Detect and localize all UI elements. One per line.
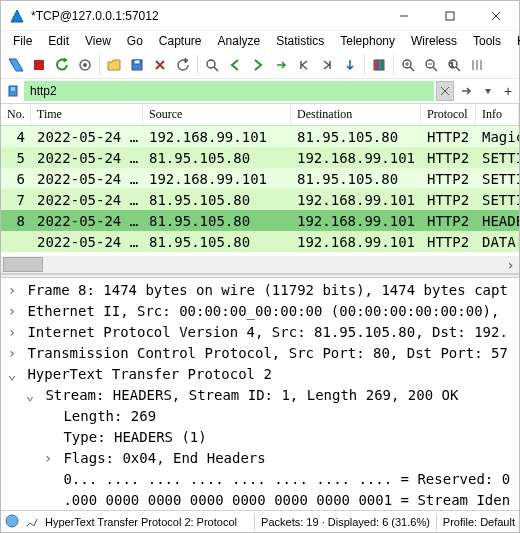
tree-text: Frame 8: 1474 bytes on wire (11792 bits)…	[19, 282, 508, 298]
add-filter-button-icon[interactable]: +	[500, 81, 516, 101]
tree-line[interactable]: › Flags: 0x04, End Headers	[5, 448, 515, 469]
tree-line[interactable]: .000 0000 0000 0000 0000 0000 0000 0001 …	[5, 490, 515, 510]
svg-text:1: 1	[450, 61, 454, 68]
cell-dst: 192.168.99.101	[291, 191, 421, 209]
close-file-icon[interactable]	[149, 54, 171, 76]
go-to-packet-icon[interactable]	[270, 54, 292, 76]
tree-collapse-icon[interactable]: ⌄	[5, 364, 19, 385]
col-header-dst[interactable]: Destination	[291, 104, 421, 125]
tree-collapse-icon[interactable]: ⌄	[23, 385, 37, 406]
minimize-button[interactable]	[381, 1, 427, 30]
expert-info-icon[interactable]	[5, 514, 19, 530]
menu-statistics[interactable]: Statistics	[270, 32, 330, 50]
packet-row[interactable]: 72022-05-24 …81.95.105.80192.168.99.101H…	[1, 189, 519, 210]
col-header-no[interactable]: No.	[1, 104, 31, 125]
svg-rect-13	[374, 60, 378, 70]
go-to-field-icon[interactable]	[25, 514, 39, 530]
go-last-icon[interactable]	[316, 54, 338, 76]
menu-tools[interactable]: Tools	[467, 32, 507, 50]
col-header-src[interactable]: Source	[143, 104, 291, 125]
bookmark-filter-icon[interactable]	[4, 82, 22, 100]
maximize-button[interactable]	[427, 1, 473, 30]
menu-capture[interactable]: Capture	[153, 32, 208, 50]
window-title: *TCP@127.0.0.1:57012	[31, 9, 381, 23]
tree-line[interactable]: › Ethernet II, Src: 00:00:00_00:00:00 (0…	[5, 301, 515, 322]
tree-line[interactable]: 0... .... .... .... .... .... .... .... …	[5, 469, 515, 490]
reload-icon[interactable]	[172, 54, 194, 76]
clear-filter-icon[interactable]	[436, 81, 454, 101]
apply-filter-icon[interactable]	[456, 81, 476, 101]
auto-scroll-icon[interactable]	[339, 54, 361, 76]
col-header-time[interactable]: Time	[31, 104, 143, 125]
status-separator	[436, 514, 437, 530]
zoom-in-icon[interactable]	[397, 54, 419, 76]
svg-rect-1	[446, 12, 454, 20]
menu-help[interactable]: Help	[511, 32, 520, 50]
packet-row[interactable]: 52022-05-24 …81.95.105.80192.168.99.101H…	[1, 147, 519, 168]
packet-row[interactable]: 62022-05-24 …192.168.99.10181.95.105.80H…	[1, 168, 519, 189]
tree-text: Type: HEADERS (1)	[55, 429, 207, 445]
packet-row[interactable]: 2022-05-24 …81.95.105.80192.168.99.101HT…	[1, 231, 519, 252]
menu-analyze[interactable]: Analyze	[212, 32, 267, 50]
recent-filter-icon[interactable]	[478, 81, 498, 101]
packet-list-hscrollbar[interactable]: ›	[1, 256, 519, 273]
colorize-icon[interactable]	[368, 54, 390, 76]
close-button[interactable]	[473, 1, 519, 30]
menu-wireless[interactable]: Wireless	[405, 32, 463, 50]
cell-no	[1, 241, 31, 243]
resize-columns-icon[interactable]	[466, 54, 488, 76]
tree-line[interactable]: › Transmission Control Protocol, Src Por…	[5, 343, 515, 364]
open-file-icon[interactable]	[103, 54, 125, 76]
packet-detail-pane[interactable]: › Frame 8: 1474 bytes on wire (11792 bit…	[1, 278, 519, 510]
packet-row[interactable]: 42022-05-24 …192.168.99.10181.95.105.80H…	[1, 126, 519, 147]
status-separator	[254, 514, 255, 530]
status-main-text: HyperText Transfer Protocol 2: Protocol	[45, 516, 237, 528]
go-first-icon[interactable]	[293, 54, 315, 76]
tree-expand-icon[interactable]: ›	[5, 280, 19, 301]
cell-dst: 192.168.99.101	[291, 233, 421, 251]
tree-text: Transmission Control Protocol, Src Port:…	[19, 345, 508, 361]
save-file-icon[interactable]	[126, 54, 148, 76]
menu-view[interactable]: View	[79, 32, 117, 50]
tree-line[interactable]: ⌄ HyperText Transfer Protocol 2	[5, 364, 515, 385]
stop-capture-icon[interactable]	[28, 54, 50, 76]
svg-rect-4	[34, 60, 44, 70]
col-header-info[interactable]: Info	[476, 104, 519, 125]
go-forward-icon[interactable]	[247, 54, 269, 76]
tree-line[interactable]: › Frame 8: 1474 bytes on wire (11792 bit…	[5, 280, 515, 301]
tree-line[interactable]: Length: 269	[5, 406, 515, 427]
tree-line[interactable]: ⌄ Stream: HEADERS, Stream ID: 1, Length …	[5, 385, 515, 406]
tree-expand-icon[interactable]: ›	[41, 448, 55, 469]
svg-line-24	[456, 67, 460, 71]
menu-edit[interactable]: Edit	[42, 32, 75, 50]
col-header-proto[interactable]: Protocol	[421, 104, 476, 125]
toolbar: 1	[1, 51, 519, 79]
go-back-icon[interactable]	[224, 54, 246, 76]
tree-text: HyperText Transfer Protocol 2	[19, 366, 272, 382]
restart-capture-icon[interactable]	[51, 54, 73, 76]
zoom-out-icon[interactable]	[420, 54, 442, 76]
tree-line[interactable]: Type: HEADERS (1)	[5, 427, 515, 448]
zoom-reset-icon[interactable]: 1	[443, 54, 465, 76]
scroll-right-icon[interactable]: ›	[502, 257, 519, 273]
find-packet-icon[interactable]	[201, 54, 223, 76]
packet-row[interactable]: 82022-05-24 …81.95.105.80192.168.99.101H…	[1, 210, 519, 231]
cell-dst: 81.95.105.80	[291, 170, 421, 188]
menu-file[interactable]: File	[7, 32, 38, 50]
tree-expand-icon[interactable]: ›	[5, 322, 19, 343]
start-capture-icon[interactable]	[5, 54, 27, 76]
tree-line[interactable]: › Internet Protocol Version 4, Src: 81.9…	[5, 322, 515, 343]
cell-no: 8	[1, 212, 31, 230]
packet-list-header[interactable]: No. Time Source Destination Protocol Inf…	[1, 104, 519, 126]
cell-time: 2022-05-24 …	[31, 233, 143, 251]
tree-expand-icon[interactable]: ›	[5, 301, 19, 322]
display-filter-input[interactable]	[24, 81, 434, 101]
scrollbar-thumb[interactable]	[3, 257, 43, 272]
app-icon	[9, 8, 25, 24]
cell-info: HEADERS	[476, 212, 519, 230]
menu-go[interactable]: Go	[121, 32, 149, 50]
tree-expand-icon[interactable]: ›	[5, 343, 19, 364]
capture-options-icon[interactable]	[74, 54, 96, 76]
menu-telephony[interactable]: Telephony	[334, 32, 401, 50]
status-profile-text[interactable]: Profile: Default	[443, 516, 515, 528]
